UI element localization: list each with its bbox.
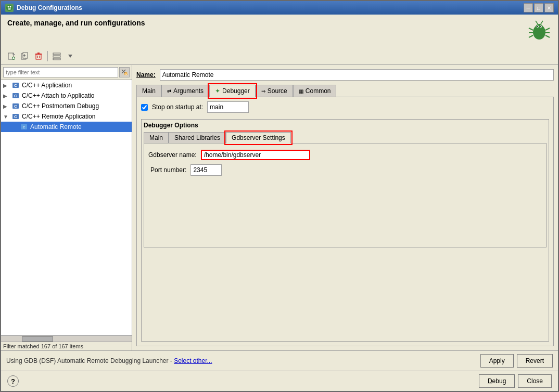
port-number-input[interactable]	[190, 164, 222, 176]
debug-configurations-window: Debug Configurations ─ □ ✕ Create, manag…	[0, 0, 559, 392]
tree-expand-icon	[11, 124, 18, 130]
stop-on-startup-label: Stop on startup at:	[152, 103, 203, 111]
tree-item-cpp-postmortem[interactable]: ▶ C C/C++ Postmortem Debugg	[1, 101, 132, 111]
inner-tab-shared-libraries-label: Shared Libraries	[174, 134, 220, 141]
tree-item-label: C/C++ Remote Application	[22, 113, 95, 120]
tab-common[interactable]: ▦ Common	[293, 85, 337, 97]
revert-button[interactable]: Revert	[517, 354, 553, 368]
name-input[interactable]	[160, 69, 554, 81]
title-buttons: ─ □ ✕	[524, 3, 554, 12]
svg-marker-36	[68, 55, 72, 58]
svg-point-5	[536, 24, 543, 30]
apply-button[interactable]: Apply	[480, 354, 514, 368]
tree-item-cpp-remote[interactable]: ▼ C C/C++ Remote Application	[1, 111, 132, 122]
filter-input[interactable]	[3, 67, 118, 77]
tab-common-icon: ▦	[299, 88, 303, 94]
svg-line-17	[541, 21, 543, 24]
tree-item-icon: c	[20, 123, 28, 131]
svg-text:✕: ✕	[124, 72, 128, 76]
title-bar-left: Debug Configurations	[5, 4, 82, 12]
tree-item-icon: C	[11, 92, 20, 100]
bottom-buttons: Apply Revert	[480, 354, 553, 368]
tab-source[interactable]: ⇒ Source	[256, 85, 293, 97]
tree-item-cpp-application[interactable]: ▶ C C/C++ Application	[1, 80, 132, 90]
bug-icon	[527, 19, 552, 44]
port-number-row: Port number:	[148, 164, 542, 176]
duplicate-config-button[interactable]	[19, 50, 31, 62]
maximize-button[interactable]: □	[534, 3, 543, 12]
close-config-button[interactable]: Close	[518, 374, 552, 388]
tree-item-label: C/C++ Postmortem Debugg	[22, 102, 99, 110]
stop-on-startup-checkbox[interactable]	[141, 104, 148, 111]
tab-arguments-label: Arguments	[173, 87, 204, 95]
help-button[interactable]: ?	[7, 375, 19, 387]
filter-clear-button[interactable]: ✕	[119, 67, 130, 77]
debugger-options-title: Debugger Options	[144, 122, 547, 129]
svg-rect-33	[53, 53, 60, 55]
right-panel: Name: Main ⇄ Arguments ✦ Debugger ⇒	[132, 65, 558, 350]
tree-expand-icon: ▶	[3, 83, 9, 88]
inner-tabs-row: Main Shared Libraries Gdbserver Settings	[144, 132, 547, 143]
collapse-all-button[interactable]	[50, 50, 63, 62]
svg-rect-34	[53, 56, 60, 57]
svg-rect-35	[53, 58, 60, 60]
debug-button[interactable]: Debug	[479, 374, 515, 388]
tab-common-label: Common	[306, 87, 331, 95]
svg-text:C: C	[14, 83, 17, 88]
stop-on-startup-input[interactable]	[207, 101, 249, 113]
header-section: Create, manage, and run configurations	[1, 15, 558, 48]
svg-line-15	[545, 35, 550, 37]
svg-line-10	[529, 28, 533, 30]
name-label: Name:	[136, 71, 156, 79]
footer-buttons: Debug Close	[479, 374, 552, 388]
footer: ? Debug Close	[1, 371, 558, 391]
svg-line-12	[529, 35, 533, 37]
close-button[interactable]: ✕	[544, 3, 554, 12]
tree-item-label: C/C++ Attach to Applicatio	[22, 92, 94, 99]
inner-tab-main-label: Main	[149, 134, 163, 141]
filter-bar: ✕	[1, 65, 132, 80]
stop-on-startup-row: Stop on startup at:	[141, 101, 549, 113]
launcher-text: Using GDB (DSF) Automatic Remote Debuggi…	[6, 357, 172, 364]
tab-debugger[interactable]: ✦ Debugger	[209, 85, 256, 97]
tab-debugger-label: Debugger	[222, 87, 250, 95]
debug-underline-label: Debug	[488, 377, 506, 385]
debugger-options-group: Debugger Options Main Shared Libraries G…	[141, 119, 549, 342]
new-config-button[interactable]	[5, 50, 18, 62]
inner-content: Gdbserver name: Port number:	[144, 143, 547, 247]
port-number-label: Port number:	[150, 166, 186, 174]
tab-arguments[interactable]: ⇄ Arguments	[161, 85, 209, 97]
view-menu-button[interactable]	[64, 50, 77, 62]
inner-tab-gdbserver-settings[interactable]: Gdbserver Settings	[226, 132, 291, 143]
horizontal-scrollbar[interactable]	[1, 335, 132, 342]
window-icon	[5, 4, 14, 12]
inner-tab-main[interactable]: Main	[144, 132, 169, 143]
inner-tab-shared-libraries[interactable]: Shared Libraries	[169, 132, 226, 143]
left-panel: ✕ ▶ C C/C++ Application	[1, 65, 132, 350]
tab-debugger-icon: ✦	[215, 87, 220, 95]
config-area: Stop on startup at: Debugger Options Mai…	[136, 97, 554, 346]
minimize-button[interactable]: ─	[524, 3, 533, 12]
tab-arguments-icon: ⇄	[167, 88, 171, 94]
tab-main[interactable]: Main	[136, 85, 161, 97]
tree-expand-icon: ▶	[3, 103, 9, 109]
toolbar	[1, 48, 558, 65]
tree-expand-icon: ▶	[3, 93, 9, 99]
tree-item-label: C/C++ Application	[22, 82, 72, 89]
tree-item-automatic-remote[interactable]: c Automatic Remote	[1, 122, 132, 132]
main-area: ✕ ▶ C C/C++ Application	[1, 65, 558, 350]
svg-line-13	[545, 28, 550, 30]
svg-point-1	[8, 6, 9, 8]
svg-point-8	[537, 26, 538, 27]
filter-status: Filter matched 167 of 167 items	[1, 342, 132, 350]
svg-text:c: c	[23, 125, 25, 129]
tree-area: ▶ C C/C++ Application ▶	[1, 80, 132, 335]
svg-rect-28	[36, 54, 41, 59]
select-other-link[interactable]: Select other...	[174, 357, 212, 364]
delete-config-button[interactable]	[32, 50, 45, 62]
tree-item-cpp-attach[interactable]: ▶ C C/C++ Attach to Applicatio	[1, 90, 132, 101]
inner-tab-gdbserver-settings-label: Gdbserver Settings	[232, 134, 285, 141]
tree-item-label: Automatic Remote	[30, 123, 82, 130]
tree-item-icon: C	[11, 102, 20, 110]
gdbserver-name-input[interactable]	[201, 150, 310, 160]
